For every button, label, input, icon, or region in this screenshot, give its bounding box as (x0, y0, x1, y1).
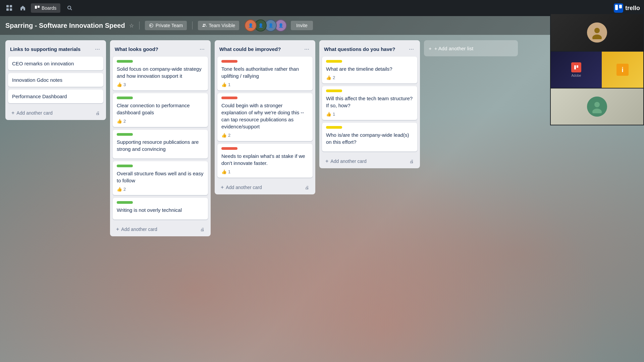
card-footer-1: 👍 3 (117, 82, 204, 87)
card-clear-connection[interactable]: Clear connection to performance dashboar… (113, 93, 208, 127)
card-footer-tech: 👍 1 (326, 112, 413, 117)
card-timeline-details[interactable]: What are the timeline details? 👍 2 (322, 57, 417, 83)
search-button[interactable] (64, 3, 75, 13)
card-tech-team-structure[interactable]: Will this affect the tech team structure… (322, 86, 417, 120)
boards-button[interactable]: Boards (31, 3, 60, 13)
label-yellow-2 (326, 89, 342, 92)
print-icon-3[interactable]: 🖨 (305, 185, 309, 190)
visibility-button[interactable]: Private Team (145, 21, 187, 30)
card-like-tech[interactable]: 👍 1 (326, 112, 335, 117)
card-performance-dashboard[interactable]: Performance Dashboard (8, 89, 103, 103)
svg-rect-0 (6, 5, 9, 7)
svg-point-15 (594, 102, 600, 107)
card-text-writing: Writing is not overly technical (117, 206, 204, 214)
card-text-tech: Will this affect the tech team structure… (326, 95, 413, 109)
svg-rect-10 (619, 5, 622, 8)
header-separator (139, 21, 140, 29)
list-2-menu-icon[interactable]: ··· (198, 44, 206, 54)
list-3-title: What could be improved? (219, 46, 281, 52)
svg-point-16 (592, 109, 602, 113)
card-text-lead: Who is/are the company-wide lead(s) on t… (326, 131, 413, 145)
list-4-menu-icon[interactable]: ··· (408, 44, 415, 54)
board-header: Sparring - Software Innovation Speed ☆ P… (0, 16, 644, 35)
card-overall-structure[interactable]: Overall structure flows well and is easy… (113, 161, 208, 195)
add-icon-2: + (116, 226, 119, 232)
home-icon[interactable] (17, 3, 28, 13)
card-innovation-gdoc[interactable]: Innovation Gdoc notes (8, 73, 103, 87)
avatar-1[interactable]: 👤 (245, 19, 257, 32)
add-list-button[interactable]: + + Add another list (424, 40, 518, 56)
card-writing-technical[interactable]: Writing is not overly technical (113, 198, 208, 220)
card-supporting-resource[interactable]: Supporting resource publications are str… (113, 130, 208, 159)
list-4-add-card[interactable]: + Add another card 🖨 (321, 156, 419, 167)
like-count-4: 2 (123, 187, 126, 192)
card-like-4[interactable]: 👍 2 (117, 187, 126, 192)
visibility-label: Private Team (156, 23, 183, 28)
list-what-improved: What could be improved? ··· Tone feels a… (215, 40, 315, 194)
list-1-add-card[interactable]: + Add another card 🖨 (7, 107, 105, 119)
like-count-begin: 2 (228, 133, 230, 138)
like-count-timeline: 2 (333, 75, 335, 80)
like-count-needs: 1 (228, 169, 230, 174)
star-icon[interactable]: ☆ (129, 22, 134, 29)
invite-label: Invite (296, 23, 307, 28)
card-footer-2: 👍 2 (117, 119, 204, 124)
card-text-supporting: Supporting resource publications are str… (117, 138, 204, 153)
card-tone-feels[interactable]: Tone feels authoritative rather than upl… (217, 57, 313, 90)
svg-point-13 (594, 28, 600, 33)
card-like-needs[interactable]: 👍 1 (221, 169, 230, 174)
card-like-tone[interactable]: 👍 1 (221, 82, 230, 87)
grid-icon[interactable] (4, 3, 15, 13)
add-card-label-4: Add another card (330, 159, 366, 164)
add-icon-3: + (221, 184, 224, 190)
card-ceo-remarks[interactable]: CEO remarks on innovation (8, 57, 103, 70)
svg-point-6 (68, 6, 71, 9)
avatar-group: 👤 👤 👤 👤 (245, 19, 287, 32)
card-like-begin[interactable]: 👍 2 (221, 133, 230, 138)
team-visible-label: Team Visible (209, 23, 235, 28)
card-like-1[interactable]: 👍 3 (117, 82, 126, 87)
print-icon-4[interactable]: 🖨 (410, 159, 414, 164)
list-4-header: What questions do you have? ··· (319, 40, 420, 57)
card-like-2[interactable]: 👍 2 (117, 119, 126, 124)
like-count-1: 3 (123, 82, 126, 87)
print-icon-2[interactable]: 🖨 (200, 227, 205, 232)
trello-logo: trello (614, 3, 640, 13)
boards-label: Boards (42, 5, 56, 11)
add-card-label-2: Add another card (121, 227, 157, 232)
card-like-timeline[interactable]: 👍 2 (326, 75, 335, 80)
list-2-add-card[interactable]: + Add another card 🖨 (111, 224, 209, 235)
card-solid-focus[interactable]: Solid focus on company-wide strategy and… (113, 57, 208, 90)
list-2-cards: Solid focus on company-wide strategy and… (110, 57, 211, 222)
card-gdoc-text: Innovation Gdoc notes (12, 77, 62, 83)
label-green-3 (117, 133, 133, 136)
card-needs-explain[interactable]: Needs to explain what's at stake if we d… (217, 144, 313, 178)
thumbsup-icon-needs: 👍 (221, 169, 227, 174)
card-text-timeline: What are the timeline details? (326, 65, 413, 72)
list-4-cards: What are the timeline details? 👍 2 Will … (319, 57, 420, 154)
list-questions: What questions do you have? ··· What are… (319, 40, 420, 168)
list-1-cards: CEO remarks on innovation Innovation Gdo… (5, 57, 106, 106)
card-text-solid: Solid focus on company-wide strategy and… (117, 65, 204, 79)
thumbsup-icon-timeline: 👍 (326, 75, 331, 80)
print-icon-1[interactable]: 🖨 (96, 111, 100, 116)
list-3-menu-icon[interactable]: ··· (303, 44, 311, 54)
list-links-supporting: Links to supporting materials ··· CEO re… (5, 40, 106, 120)
invite-button[interactable]: Invite (291, 21, 313, 30)
card-ceo-text: CEO remarks on innovation (12, 61, 74, 66)
team-visible-button[interactable]: Team Visible (198, 21, 239, 30)
video-avatar-1 (587, 22, 607, 43)
card-company-lead[interactable]: Who is/are the company-wide lead(s) on t… (322, 123, 417, 152)
list-1-header: Links to supporting materials ··· (5, 40, 106, 57)
card-footer-4: 👍 2 (117, 187, 204, 192)
list-1-menu-icon[interactable]: ··· (94, 44, 101, 54)
label-red-1 (221, 60, 237, 63)
card-text-structure: Overall structure flows well and is easy… (117, 170, 204, 184)
header-separator-2 (192, 21, 193, 29)
card-could-begin[interactable]: Could begin with a stronger explanation … (217, 93, 313, 141)
card-footer-needs: 👍 1 (221, 169, 309, 174)
list-4-title: What questions do you have? (324, 46, 395, 52)
thumbsup-icon-2: 👍 (117, 119, 122, 124)
card-perf-text: Performance Dashboard (12, 94, 67, 99)
list-3-add-card[interactable]: + Add another card 🖨 (216, 182, 314, 193)
